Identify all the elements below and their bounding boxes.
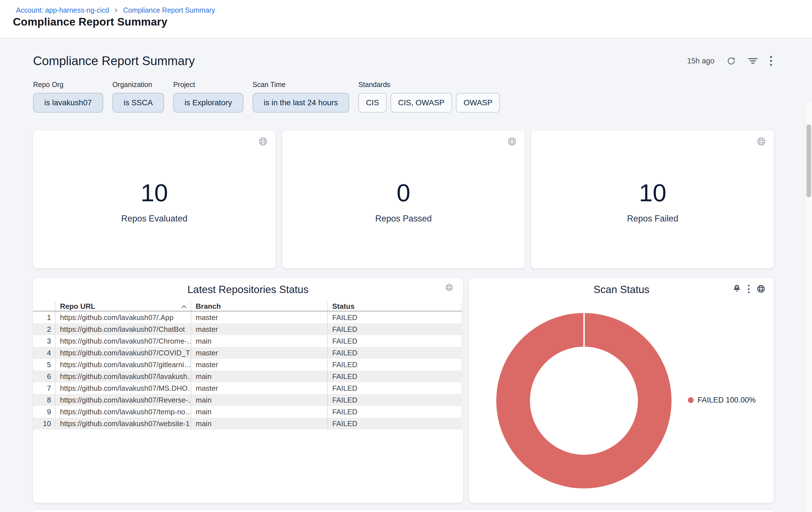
globe-icon[interactable] <box>445 283 454 292</box>
row-number: 10 <box>33 420 55 428</box>
sort-asc-icon <box>181 304 187 308</box>
row-number: 4 <box>33 349 55 357</box>
globe-icon[interactable] <box>258 137 268 146</box>
filter-standards: Standards CIS CIS, OWASP OWASP <box>358 81 500 113</box>
scrollbar-track[interactable] <box>805 103 812 512</box>
globe-icon[interactable] <box>756 285 765 293</box>
dashboard-header: Compliance Report Summary 15h ago <box>33 52 774 70</box>
filter-repo-org: Repo Org is lavakush07 <box>33 81 103 113</box>
stat-label: Repos Failed <box>627 214 678 224</box>
filter-project: Project is Exploratory <box>173 81 243 113</box>
latest-repositories-title: Latest Repositories Status <box>33 284 463 296</box>
repo-url-cell: https://github.com/lavakush07/Chrome-… <box>55 335 191 347</box>
branch-cell: main <box>191 418 327 429</box>
page-title: Compliance Report Summary <box>13 16 167 28</box>
branch-cell: master <box>191 382 327 394</box>
legend-failed-swatch <box>688 397 694 403</box>
table-row: 7 https://github.com/lavakush07/MS.DHO… … <box>33 382 462 394</box>
status-cell: FAILED <box>327 312 462 323</box>
stat-value: 0 <box>397 181 410 205</box>
bottom-row: Latest Repositories Status Repo URL <box>33 278 774 503</box>
breadcrumb: Account: app-harness-ng-cicd Compliance … <box>16 6 215 14</box>
row-number: 2 <box>33 325 55 334</box>
filter-chip-project[interactable]: is Exploratory <box>173 93 243 113</box>
row-number: 5 <box>33 360 55 369</box>
filter-organization: Organization is SSCA <box>112 81 164 113</box>
globe-icon[interactable] <box>756 137 766 146</box>
breadcrumb-page-link[interactable]: Compliance Report Summary <box>123 6 215 14</box>
filter-label: Project <box>173 81 243 89</box>
row-number: 7 <box>33 384 55 393</box>
filter-icon[interactable] <box>748 57 758 65</box>
status-cell: FAILED <box>327 418 462 429</box>
chevron-right-icon <box>114 8 119 13</box>
filter-chip-organization[interactable]: is SSCA <box>112 93 164 113</box>
status-cell: FAILED <box>327 371 462 382</box>
column-header-repo-url[interactable]: Repo URL <box>55 302 191 311</box>
status-cell: FAILED <box>327 347 462 359</box>
filter-label: Scan Time <box>253 81 349 89</box>
table-row: 1 https://github.com/lavakush07/.App mas… <box>33 312 462 323</box>
row-number: 9 <box>33 408 55 416</box>
table-header-row: Repo URL Branch Status <box>33 302 462 312</box>
next-card-peek <box>33 510 774 512</box>
app-header: Account: app-harness-ng-cicd Compliance … <box>0 0 812 38</box>
kebab-menu-icon[interactable] <box>748 285 750 293</box>
bell-plus-icon[interactable] <box>733 285 741 293</box>
donut-hole <box>530 347 638 455</box>
scrollbar-thumb[interactable] <box>806 124 811 197</box>
branch-cell: master <box>191 347 327 359</box>
table-row: 9 https://github.com/lavakush07/temp-no…… <box>33 406 462 418</box>
stat-card-repos-evaluated: 10 Repos Evaluated <box>33 131 276 268</box>
dashboard-area: Compliance Report Summary 15h ago <box>0 39 812 512</box>
stat-label: Repos Evaluated <box>121 214 187 224</box>
status-cell: FAILED <box>327 406 462 418</box>
branch-cell: main <box>191 335 327 347</box>
stats-row: 10 Repos Evaluated 0 Repos Passed <box>33 131 774 268</box>
column-header-branch[interactable]: Branch <box>191 302 327 311</box>
status-cell: FAILED <box>327 335 462 347</box>
table-row: 3 https://github.com/lavakush07/Chrome-…… <box>33 335 462 347</box>
scan-status-card: Scan Status <box>469 278 774 503</box>
repo-url-cell: https://github.com/lavakush07/lavakush… <box>55 371 191 382</box>
globe-icon[interactable] <box>507 137 517 146</box>
repo-url-cell: https://github.com/lavakush07/website-1 <box>55 418 191 429</box>
filter-chip-repo-org[interactable]: is lavakush07 <box>33 93 103 113</box>
standards-option-cis[interactable]: CIS <box>358 93 387 113</box>
status-cell: FAILED <box>327 382 462 394</box>
dashboard-meta: 15h ago <box>687 56 774 66</box>
table-row: 8 https://github.com/lavakush07/Reverse-… <box>33 394 462 406</box>
table-row: 4 https://github.com/lavakush07/COVID_T…… <box>33 347 462 359</box>
branch-cell: main <box>191 371 327 382</box>
breadcrumb-account-link[interactable]: Account: app-harness-ng-cicd <box>16 6 109 14</box>
repo-url-cell: https://github.com/lavakush07/COVID_T… <box>55 347 191 359</box>
filter-chip-scan-time[interactable]: is in the last 24 hours <box>253 93 349 113</box>
dashboard-title: Compliance Report Summary <box>33 54 195 68</box>
standards-option-cis-owasp[interactable]: CIS, OWASP <box>390 93 452 113</box>
refresh-icon[interactable] <box>727 56 736 65</box>
filters-row: Repo Org is lavakush07 Organization is S… <box>33 81 500 113</box>
repo-url-cell: https://github.com/lavakush07/gitlearni… <box>55 359 191 371</box>
latest-repositories-card: Latest Repositories Status Repo URL <box>33 278 463 503</box>
repositories-table: Repo URL Branch Status 1 https://github.… <box>33 302 462 429</box>
repo-url-cell: https://github.com/lavakush07/.App <box>55 312 191 323</box>
chart-legend[interactable]: FAILED 100.00% <box>688 396 756 404</box>
filter-label: Organization <box>112 81 164 89</box>
stat-value: 10 <box>639 181 666 205</box>
scan-status-title: Scan Status <box>469 284 774 296</box>
stat-card-repos-passed: 0 Repos Passed <box>282 131 525 268</box>
column-header-status[interactable]: Status <box>327 302 462 311</box>
column-label: Repo URL <box>60 302 95 311</box>
scan-status-donut-chart[interactable] <box>496 313 671 488</box>
repo-url-cell: https://github.com/lavakush07/ChatBot <box>55 323 191 335</box>
repo-url-cell: https://github.com/lavakush07/Reverse-… <box>55 394 191 406</box>
standards-option-owasp[interactable]: OWASP <box>456 93 500 113</box>
donut-slice-boundary <box>583 313 585 347</box>
repo-url-cell: https://github.com/lavakush07/MS.DHO… <box>55 382 191 394</box>
branch-cell: master <box>191 312 327 323</box>
compliance-report-page: Account: app-harness-ng-cicd Compliance … <box>0 0 812 512</box>
standards-options: CIS CIS, OWASP OWASP <box>358 93 500 113</box>
branch-cell: main <box>191 406 327 418</box>
kebab-menu-icon[interactable] <box>770 56 772 66</box>
scan-card-actions <box>733 285 765 293</box>
